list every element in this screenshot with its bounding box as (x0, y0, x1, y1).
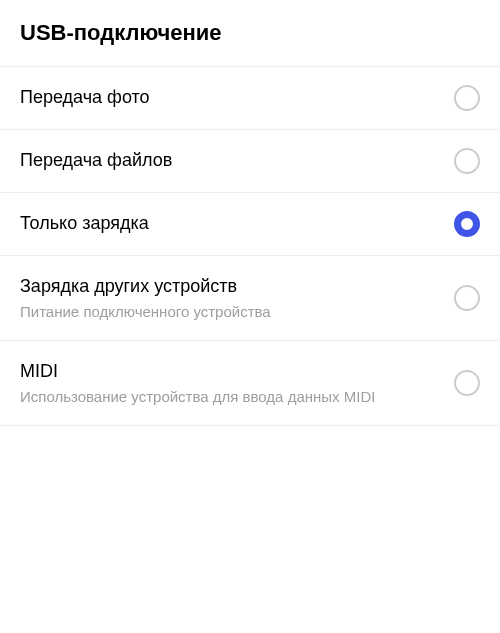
option-text: Передача фото (20, 85, 454, 110)
option-label: MIDI (20, 359, 438, 384)
option-photo-transfer[interactable]: Передача фото (0, 66, 500, 130)
option-charge-devices[interactable]: Зарядка других устройств Питание подключ… (0, 256, 500, 341)
usb-options-list: Передача фото Передача файлов Только зар… (0, 66, 500, 426)
page-title: USB-подключение (20, 20, 480, 46)
radio-button[interactable] (454, 285, 480, 311)
header: USB-подключение (0, 0, 500, 66)
option-label: Зарядка других устройств (20, 274, 438, 299)
option-sublabel: Использование устройства для ввода данны… (20, 386, 438, 407)
radio-button[interactable] (454, 85, 480, 111)
option-midi[interactable]: MIDI Использование устройства для ввода … (0, 341, 500, 426)
option-label: Передача фото (20, 85, 438, 110)
option-sublabel: Питание подключенного устройства (20, 301, 438, 322)
option-text: MIDI Использование устройства для ввода … (20, 359, 454, 407)
option-file-transfer[interactable]: Передача файлов (0, 130, 500, 193)
option-label: Только зарядка (20, 211, 438, 236)
radio-button[interactable] (454, 370, 480, 396)
radio-button[interactable] (454, 148, 480, 174)
option-text: Передача файлов (20, 148, 454, 173)
option-label: Передача файлов (20, 148, 438, 173)
option-charge-only[interactable]: Только зарядка (0, 193, 500, 256)
option-text: Зарядка других устройств Питание подключ… (20, 274, 454, 322)
option-text: Только зарядка (20, 211, 454, 236)
radio-button[interactable] (454, 211, 480, 237)
